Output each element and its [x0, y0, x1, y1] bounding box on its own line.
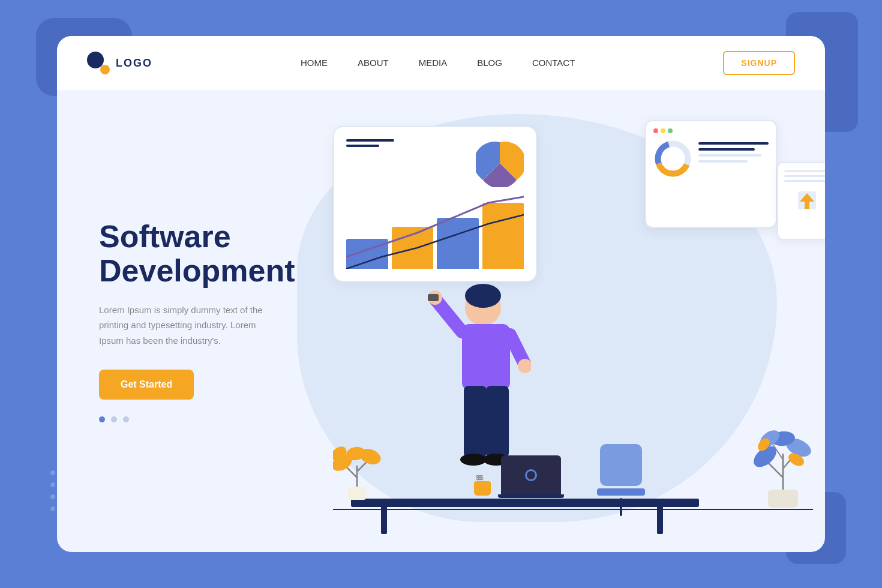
navbar: LOGO HOME ABOUT MEDIA BLOG CONTACT SIGNU… [57, 36, 825, 90]
nav-link-home[interactable]: HOME [301, 58, 328, 68]
dashboard-board [333, 126, 537, 282]
browser-dot-red [653, 128, 658, 133]
bline-3 [698, 154, 761, 157]
browser-dot-yellow [661, 128, 665, 133]
svg-rect-16 [428, 294, 439, 301]
browser-dots [653, 128, 769, 133]
bline-4 [698, 160, 748, 163]
svg-rect-17 [348, 487, 366, 500]
doc-arrow-icon [795, 188, 819, 215]
get-started-button[interactable]: Get Started [99, 370, 194, 400]
chair-seat [597, 488, 645, 496]
nav-item-home[interactable]: HOME [301, 58, 328, 68]
board-line-2 [346, 145, 379, 147]
browser-text-lines [698, 139, 769, 166]
laptop-screen [501, 455, 561, 494]
browser-content [653, 139, 769, 178]
nav-link-blog[interactable]: BLOG [477, 58, 502, 68]
doc-line-3 [784, 180, 825, 182]
coffee-cup [474, 481, 491, 496]
nav-link-contact[interactable]: CONTACT [532, 58, 575, 68]
chair-back [600, 444, 642, 486]
svg-line-8 [435, 299, 462, 332]
nav-link-media[interactable]: MEDIA [419, 58, 448, 68]
signup-button[interactable]: SIGNUP [723, 51, 795, 75]
steam-icon: $$$ [476, 475, 482, 481]
dot-3[interactable] [123, 416, 129, 422]
board-line-1 [346, 139, 394, 142]
hero-section: Software Development Lorem Ipsum is simp… [57, 90, 825, 552]
hero-description: Lorem Ipsum is simply dummy text of the … [99, 302, 267, 349]
nav-item-blog[interactable]: BLOG [477, 58, 502, 68]
svg-rect-13 [486, 386, 509, 458]
laptop-logo [525, 469, 537, 481]
svg-rect-12 [464, 386, 487, 458]
svg-rect-7 [462, 324, 510, 390]
carousel-dots [99, 416, 285, 422]
plant-left [333, 436, 381, 510]
nav-links: HOME ABOUT MEDIA BLOG CONTACT [301, 58, 575, 68]
nav-link-about[interactable]: ABOUT [358, 58, 389, 68]
logo-circle-accent [100, 65, 110, 74]
pie-chart [476, 139, 524, 187]
browser-dot-green [668, 128, 673, 133]
hero-left: Software Development Lorem Ipsum is simp… [57, 90, 321, 552]
hero-title: Software Development [99, 220, 285, 288]
hero-illustration: $$$ [321, 90, 825, 552]
logo-icon [87, 52, 110, 74]
nav-item-about[interactable]: ABOUT [358, 58, 389, 68]
bar-chart-area [346, 191, 524, 269]
doc-line-1 [784, 170, 825, 172]
donut-chart [653, 139, 692, 178]
logo-area: LOGO [87, 52, 152, 74]
dot-2[interactable] [111, 416, 117, 422]
main-card: LOGO HOME ABOUT MEDIA BLOG CONTACT SIGNU… [57, 36, 825, 552]
bline-2 [698, 148, 755, 151]
dot-1[interactable] [99, 416, 105, 422]
svg-point-6 [465, 284, 501, 308]
laptop-base [498, 494, 564, 498]
ground-line [333, 509, 813, 510]
doc-line-2 [784, 175, 825, 177]
document-card [777, 162, 825, 240]
laptop [501, 455, 564, 498]
nav-item-media[interactable]: MEDIA [419, 58, 448, 68]
logo-text: LOGO [116, 57, 152, 70]
svg-rect-25 [768, 490, 798, 508]
nav-item-contact[interactable]: CONTACT [532, 58, 575, 68]
bline-1 [698, 142, 769, 145]
browser-window [645, 120, 777, 228]
plant-right [753, 418, 813, 516]
svg-point-14 [460, 454, 487, 466]
